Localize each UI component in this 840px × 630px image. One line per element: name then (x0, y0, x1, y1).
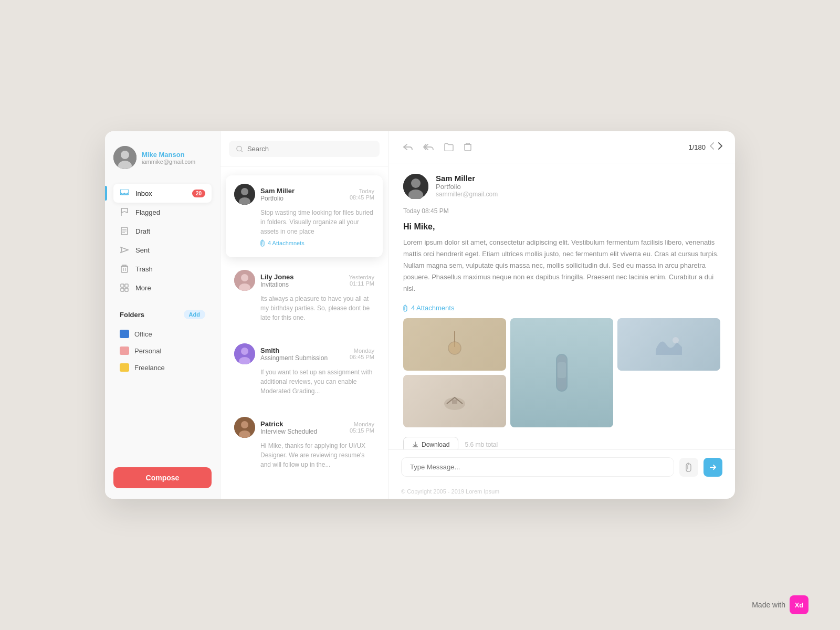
sender-avatar (234, 417, 255, 438)
email-subject: Portfolio (260, 195, 344, 202)
page-count: 1/180 (688, 143, 706, 151)
sidebar-item-label: Flagged (135, 208, 205, 216)
svg-rect-3 (120, 190, 129, 195)
email-list-panel: Sam Miller Portfolio Today 08:45 PM Stop… (220, 131, 388, 499)
send-icon (709, 464, 717, 471)
next-page-button[interactable] (718, 142, 722, 152)
sidebar-item-inbox[interactable]: Inbox 20 (113, 184, 212, 203)
svg-point-45 (673, 337, 679, 343)
attachment-thumb-1 (403, 318, 506, 371)
search-input-wrap (229, 141, 380, 157)
trash-icon (120, 264, 129, 274)
compose-button[interactable]: Compose (113, 467, 212, 488)
download-row: Download 5.6 mb total (403, 437, 720, 449)
file-size: 5.6 mb total (465, 441, 498, 448)
email-meta: Patrick Interview Scheduled (260, 420, 344, 435)
email-card-3[interactable]: Smith Assingment Submission Monday 06:45… (226, 335, 383, 404)
search-bar (220, 131, 388, 167)
user-info: Mike Manson iammike@gmail.com (142, 151, 195, 165)
add-folder-button[interactable]: Add (184, 310, 205, 319)
svg-rect-18 (125, 288, 128, 291)
sidebar-item-sent[interactable]: Sent (113, 240, 212, 259)
email-card-header: Patrick Interview Scheduled Monday 05:15… (234, 417, 374, 438)
sidebar-item-trash[interactable]: Trash (113, 259, 212, 278)
detail-body-text: Lorem ipsum dolor sit amet, consectetur … (403, 237, 720, 295)
prev-page-button[interactable] (710, 142, 714, 152)
email-date: Today (350, 188, 374, 194)
svg-marker-7 (121, 247, 128, 253)
paperclip-icon (686, 463, 692, 472)
folder-label: Office (134, 330, 152, 338)
copyright: © Copyright 2005 - 2019 Lorem Ipsum (388, 484, 735, 499)
toolbar-actions (401, 141, 474, 153)
email-preview: Stop wasting time looking for files buri… (260, 208, 374, 236)
attachments-count: 4 Attachments (411, 304, 454, 312)
delete-button[interactable] (462, 141, 474, 153)
svg-rect-33 (465, 144, 471, 151)
svg-point-42 (448, 342, 461, 354)
sender-name: Smith (260, 346, 344, 354)
move-to-folder-button[interactable] (442, 141, 456, 153)
search-icon (236, 145, 243, 153)
app-container: Mike Manson iammike@gmail.com Inbox 20 (105, 131, 735, 499)
folder-item-freelance[interactable]: Freelance (113, 359, 212, 376)
made-with: Made with Xd (752, 595, 808, 614)
svg-rect-15 (121, 284, 124, 287)
sender-avatar (234, 270, 255, 291)
sidebar-item-label: Trash (135, 265, 205, 273)
svg-rect-16 (125, 284, 128, 287)
attachment-thumb-3 (617, 318, 720, 371)
detail-body: Sam Miller Portfolio sammiller@gmail.com… (388, 163, 735, 449)
detail-subject-line: Portfolio (436, 183, 498, 191)
detail-timestamp: Today 08:45 PM (403, 207, 720, 215)
sidebar-item-more[interactable]: More (113, 278, 212, 297)
sidebar-item-flagged[interactable]: Flagged (113, 203, 212, 222)
sidebar-item-draft[interactable]: Draft (113, 222, 212, 240)
svg-marker-4 (121, 208, 128, 213)
reply-input[interactable] (401, 457, 674, 477)
folder-label: Freelance (134, 364, 165, 372)
email-meta: Sam Miller Portfolio (260, 187, 344, 202)
reply-all-icon (423, 143, 434, 151)
reply-all-button[interactable] (421, 141, 436, 153)
attachments-grid (403, 318, 720, 427)
email-preview: Hi Mike, thanks for applying for UI/UX D… (260, 441, 374, 469)
sender-avatar (234, 184, 255, 205)
download-label: Download (422, 441, 449, 448)
folder-icon-blue (120, 330, 129, 338)
email-card-2[interactable]: Lily Jones Invitations Yesterday 01:11 P… (226, 261, 383, 331)
inbox-badge: 20 (192, 190, 205, 197)
email-subject: Invitations (260, 281, 343, 288)
reply-attach-button[interactable] (679, 458, 698, 477)
email-hour: 01:11 PM (349, 280, 374, 287)
email-card-1[interactable]: Sam Miller Portfolio Today 08:45 PM Stop… (226, 175, 383, 257)
flag-icon (120, 207, 129, 217)
folders-header: Folders Add (113, 310, 212, 319)
sender-name: Sam Miller (260, 187, 344, 195)
reply-send-button[interactable] (704, 458, 722, 477)
reply-button[interactable] (401, 141, 415, 153)
user-profile: Mike Manson iammike@gmail.com (113, 146, 212, 169)
sidebar-item-label: Inbox (135, 190, 186, 197)
pagination: 1/180 (688, 142, 722, 152)
detail-email-header: Sam Miller Portfolio sammiller@gmail.com (403, 174, 720, 199)
email-meta: Lily Jones Invitations (260, 273, 343, 288)
email-hour: 06:45 PM (350, 354, 374, 360)
folder-item-office[interactable]: Office (113, 326, 212, 342)
user-email: iammike@gmail.com (142, 159, 195, 165)
folder-item-personal[interactable]: Personal (113, 342, 212, 359)
sidebar-item-label: Sent (135, 246, 205, 254)
email-time: Monday 05:15 PM (350, 421, 374, 434)
search-input[interactable] (247, 145, 372, 153)
email-hour: 05:15 PM (350, 427, 374, 434)
email-card-4[interactable]: Patrick Interview Scheduled Monday 05:15… (226, 408, 383, 478)
nav-items: Inbox 20 Flagged (113, 184, 212, 297)
folder-icon-pink (120, 346, 129, 355)
email-card-header: Sam Miller Portfolio Today 08:45 PM (234, 184, 374, 205)
detail-avatar (403, 174, 428, 199)
svg-point-31 (241, 421, 248, 428)
folder-icon (444, 143, 454, 151)
download-button[interactable]: Download (403, 437, 458, 449)
svg-point-19 (237, 146, 242, 151)
folders-title: Folders (120, 311, 144, 319)
